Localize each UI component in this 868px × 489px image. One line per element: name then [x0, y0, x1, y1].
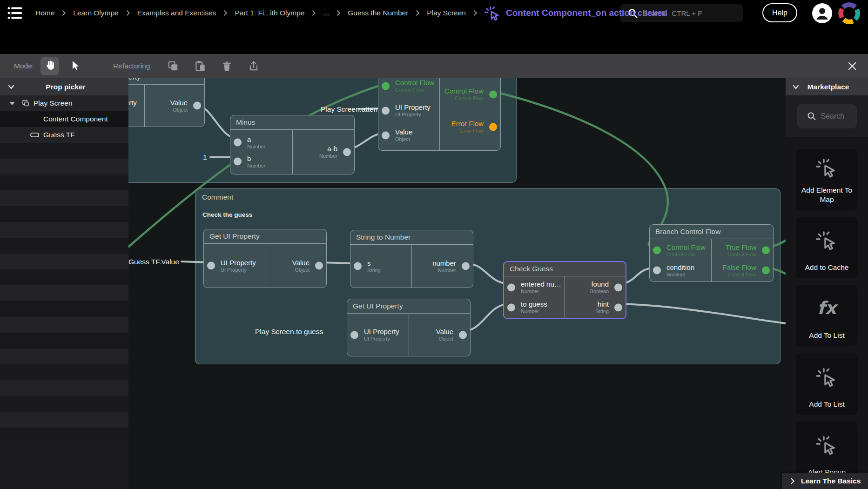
port-pin[interactable] [462, 262, 470, 270]
help-button[interactable]: Help [762, 3, 797, 22]
port-value-out[interactable]: Value Object [145, 97, 204, 114]
port-pin[interactable] [614, 283, 622, 291]
tree-item-play-screen[interactable]: Play Screen [0, 95, 128, 111]
tree-item-guess-tf[interactable]: Guess TF [0, 127, 128, 143]
port-pin[interactable] [354, 262, 362, 270]
caret-down-icon[interactable] [9, 102, 15, 105]
port-found-out[interactable]: found Boolean [565, 279, 626, 296]
node-set-ui-property[interactable]: Control Flow Control Flow UI Property UI… [378, 78, 501, 151]
chevron-down-icon[interactable] [791, 82, 801, 92]
port-control-flow-in[interactable]: Control Flow Control Flow [650, 242, 711, 259]
port-ui-property-in[interactable]: UI Property UI Property [378, 102, 439, 119]
export-icon[interactable] [248, 60, 260, 72]
binding-label-guess-tf-value[interactable]: Guess TF.Value [128, 258, 179, 266]
tree-item-content-component[interactable]: Content Component [0, 111, 128, 127]
port-control-flow-in[interactable]: Control Flow Control Flow [378, 78, 439, 94]
node-get-ui-property-1[interactable]: Get UI Property UI Property UI Property … [203, 229, 327, 288]
chevron-down-icon[interactable] [7, 82, 16, 92]
port-true-flow-out[interactable]: True Flow Control Flow [712, 242, 773, 259]
port-pin[interactable] [614, 303, 622, 311]
port-pin[interactable] [343, 148, 351, 156]
port-ui-property-in[interactable]: UI Property UI Property [347, 327, 409, 343]
port-to-guess-in[interactable]: to guess Number [504, 299, 565, 316]
breadcrumb-learn-olympe[interactable]: Learn Olympe [73, 9, 118, 17]
port-pin[interactable] [382, 107, 390, 114]
literal-one[interactable]: 1 [203, 153, 207, 161]
port-pin[interactable] [653, 267, 661, 275]
select-tool-button[interactable] [66, 57, 84, 75]
marketplace-card-add-to-list-fx[interactable]: fx Add To List [796, 285, 858, 346]
binding-label-to-guess[interactable]: Play Screen.to guess [255, 328, 323, 336]
chevron-right-icon [335, 10, 342, 16]
port-hint-out[interactable]: hint String [565, 299, 626, 316]
port-pin[interactable] [193, 102, 201, 110]
cursor-arrow-icon [69, 60, 81, 73]
port-entered-number-in[interactable]: entered nu… Number [504, 279, 565, 296]
marketplace-search-input[interactable]: Search [797, 104, 857, 128]
port-ui-property-in[interactable]: UI Property UI Property [128, 97, 144, 114]
marketplace-card-add-to-list[interactable]: Add To List [796, 354, 858, 415]
port-s-in[interactable]: s String [350, 258, 411, 275]
port-pin[interactable] [315, 262, 323, 270]
close-icon[interactable] [847, 60, 858, 72]
port-condition-in[interactable]: condition Boolean [650, 262, 711, 279]
port-pin[interactable] [653, 247, 661, 255]
marketplace-card-add-to-cache[interactable]: Add to Cache [796, 217, 858, 278]
port-error-flow-out[interactable]: Error Flow Error Flow [440, 119, 501, 135]
port-ab-out[interactable]: a-b Number [293, 144, 355, 161]
node-get-ui-property-2[interactable]: Get UI Property UI Property UI Property … [347, 299, 471, 356]
user-avatar[interactable] [812, 3, 832, 23]
port-ui-property-in[interactable]: UI Property UI Property [204, 257, 265, 274]
port-pin[interactable] [762, 247, 770, 255]
learn-the-basics-bar[interactable]: Learn The Basics [782, 473, 868, 489]
port-value-out[interactable]: Value Object [409, 327, 471, 343]
node-get-ui-property-top[interactable]: Get UI Property UI Property UI Property … [128, 78, 205, 127]
port-number-out[interactable]: number Number [412, 258, 473, 275]
breadcrumb-guess-the-number[interactable]: Guess the Number [348, 9, 408, 17]
port-pin[interactable] [234, 139, 242, 147]
port-a-in[interactable]: a Number [230, 134, 292, 151]
function-icon: fx [817, 285, 836, 331]
marketplace-header[interactable]: Marketplace [786, 78, 868, 95]
node-branch-control-flow[interactable]: Branch Control Flow Control Flow Control… [649, 224, 774, 282]
paste-button[interactable] [194, 60, 206, 72]
port-pin[interactable] [459, 331, 467, 339]
wire-hint-out[interactable] [619, 304, 786, 323]
wire-control-flow-to-branch[interactable] [494, 92, 668, 247]
cursor-click-icon [816, 422, 838, 468]
node-check-guess[interactable]: Check Guess entered nu… Number to guess … [503, 261, 626, 319]
port-value-in[interactable]: Value Object [378, 127, 439, 144]
port-pin[interactable] [382, 131, 390, 139]
marketplace-card-add-element-to-map[interactable]: Add Element To Map [796, 149, 858, 210]
copy-button[interactable] [167, 60, 179, 72]
prop-picker-panel: Prop picker Play Screen Content Componen… [0, 78, 128, 489]
port-pin[interactable] [207, 262, 215, 270]
binding-label-attempts[interactable]: Play Screen.attempts [321, 105, 358, 114]
port-pin[interactable] [762, 267, 770, 275]
breadcrumb-ellipsis[interactable]: ... [323, 9, 329, 17]
olympe-logo[interactable] [838, 2, 861, 25]
breadcrumb-play-screen[interactable]: Play Screen [427, 9, 466, 17]
port-pin[interactable] [507, 283, 515, 291]
port-pin[interactable] [489, 90, 497, 98]
port-pin[interactable] [382, 82, 390, 90]
port-pin[interactable] [507, 303, 515, 311]
prop-picker-header[interactable]: Prop picker [0, 78, 128, 95]
port-pin[interactable] [350, 331, 358, 339]
delete-button[interactable] [221, 60, 233, 72]
port-false-flow-out[interactable]: False Flow Control Flow [712, 262, 773, 279]
node-minus[interactable]: Minus a Number b Number a-b Number [230, 115, 355, 174]
marketplace-search-strip: Search [786, 95, 868, 137]
port-control-flow-out[interactable]: Control Flow Control Flow [440, 86, 501, 103]
port-value-out[interactable]: Value Object [265, 257, 326, 274]
breadcrumb-home[interactable]: Home [35, 9, 54, 17]
flow-canvas[interactable]: Comment Check the guess Play Screen.atte… [128, 78, 786, 489]
port-pin[interactable] [234, 158, 242, 166]
breadcrumb-examples[interactable]: Examples and Exercises [137, 9, 216, 17]
port-pin[interactable] [489, 123, 497, 131]
menu-list-icon[interactable] [7, 5, 23, 21]
node-string-to-number[interactable]: String to Number s String number Number [350, 230, 473, 288]
breadcrumb-part1[interactable]: Part 1: Fi...ith Olympe [235, 9, 304, 17]
hand-tool-button[interactable] [40, 57, 59, 75]
port-b-in[interactable]: b Number [230, 153, 292, 170]
